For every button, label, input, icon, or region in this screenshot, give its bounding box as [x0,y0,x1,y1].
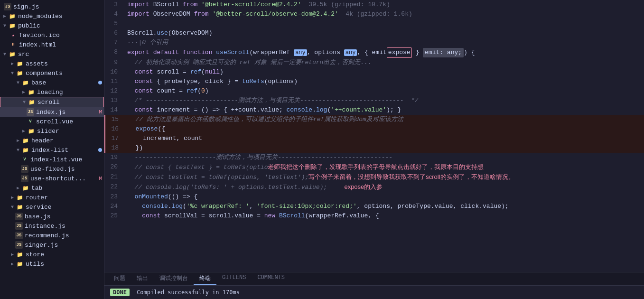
line-content: const increment = () => { ++count.value;… [123,105,644,115]
code-line-3: 3 import BScroll from '@better-scroll/co… [104,0,644,9]
line-content: /* -------------------------测试方法，与项目无关--… [123,96,644,105]
js-file-icon: JS [4,3,11,10]
sidebar-label-components: components [26,70,63,77]
sidebar-item-utils[interactable]: ▶ 📁 utils [0,259,104,269]
line-number: 24 [104,202,123,211]
sidebar-label-use-shortcut: use-shortcut... [30,175,86,182]
sidebar-item-recommend-js[interactable]: JS recommend.js [0,231,104,240]
chevron-down-icon: ▼ [15,147,21,153]
folder-icon: 📁 [22,146,29,154]
sidebar-item-index-list[interactable]: ▼ 📁 index-list [0,145,104,155]
line-number: 15 [105,115,124,124]
line-number: 22 [104,182,123,192]
line-number: 19 [104,153,123,162]
sidebar-item-src[interactable]: ▼ 📁 src [0,49,104,59]
line-number: 10 [104,67,123,77]
line-content: }) [124,143,644,153]
sidebar-item-node-modules[interactable]: ▶ 📁 node_modules [0,11,104,21]
sidebar-item-slider[interactable]: ▶ 📁 slider [0,126,104,136]
folder-icon: 📁 [16,69,24,77]
line-content: const count = ref(0) [123,86,644,96]
line-number: 14 [104,105,123,115]
code-line-18: 18 }) [104,143,644,153]
vue-file-icon: V [27,118,34,125]
sidebar-item-store[interactable]: ▶ 📁 store [0,250,104,259]
tab-issues[interactable]: 问题 [108,272,131,285]
sidebar-item-assets[interactable]: ▶ 📁 assets [0,59,104,68]
tab-debug-console[interactable]: 调试控制台 [154,272,194,285]
line-content: ----------------------测试方法，与项目无关--------… [123,153,644,162]
code-editor[interactable]: 3 import BScroll from '@better-scroll/co… [104,0,644,272]
chevron-right-icon: ▶ [2,13,8,19]
sidebar-item-use-shortcut[interactable]: JS use-shortcut... M [0,174,104,183]
folder-icon: 📁 [9,50,16,58]
sidebar-label-assets: assets [26,60,48,67]
sidebar-label-index-list: index-list [31,147,68,154]
folder-icon: 📁 [16,260,24,268]
sidebar-item-header[interactable]: ▶ 📁 header [0,136,104,145]
sidebar-item-tab[interactable]: ▶ 📁 tab [0,183,104,193]
code-line-16: 16 expose({ [104,124,644,134]
line-number: 5 [104,19,123,28]
line-content: BScroll.use(ObserveDOM) [123,28,644,38]
line-content: // const testText = toRef(options, 'test… [123,172,644,182]
html-icon: H [9,41,17,48]
chevron-right-icon: ▶ [21,89,27,95]
folder-icon: 📁 [22,137,29,144]
chevron-right-icon: ▶ [15,138,21,143]
badge-blue [98,148,102,152]
sidebar-item-index-html[interactable]: H index.html [0,40,104,49]
sidebar-item-service[interactable]: ▼ 📁 service [0,202,104,212]
sidebar-item-scroll-vue[interactable]: V scroll.vue [0,117,104,126]
code-line-22: 22 // console.log('toRefs: ' + options.t… [104,182,644,192]
tab-terminal[interactable]: 终端 [194,272,216,285]
code-line-17: 17 increment, count [104,134,644,143]
code-line-8: 8 export default function useScroll(wrap… [104,47,644,58]
sidebar-item-index-list-vue[interactable]: V index-list.vue [0,155,104,164]
chevron-down-icon: ▼ [9,70,15,76]
line-content: const { probeType, click } = toRefs(opti… [123,77,644,86]
sidebar-item-instance-js[interactable]: JS instance.js [0,221,104,231]
sidebar-label-header: header [31,137,54,144]
code-line-14: 14 const increment = () => { ++count.val… [104,105,644,115]
sidebar-item-components[interactable]: ▼ 📁 components [0,68,104,78]
sidebar-label-scroll-vue: scroll.vue [36,118,73,125]
sidebar-item-index-js[interactable]: JS index.js M [0,107,104,117]
line-number: 7 [104,38,123,47]
sidebar-label-src: src [18,51,29,58]
line-content: console.log('%c wrapperRef: ', 'font-siz… [123,202,644,211]
line-number: 4 [104,9,123,19]
sidebar-item-sign-js[interactable]: JS sign.js [0,2,104,11]
tab-comments[interactable]: COMMENTS [252,272,290,285]
js-file-icon: JS [15,241,23,249]
sidebar-item-base-js[interactable]: JS base.js [0,212,104,221]
line-number: 21 [104,172,123,182]
sidebar-item-singer-js[interactable]: JS singer.js [0,240,104,250]
folder-icon: 📁 [16,203,24,211]
sidebar-item-base[interactable]: ▼ 📁 base [0,78,104,87]
js-file-icon: JS [15,232,23,239]
line-number: 13 [104,96,123,105]
sidebar-item-router[interactable]: ▶ 📁 router [0,193,104,202]
code-line-20: 20 // const { testText } = toRefs(optio老… [104,162,644,172]
line-number: 12 [104,86,123,96]
chevron-down-icon: ▼ [15,80,21,85]
vue-file-icon: V [21,156,28,163]
folder-icon: 📁 [28,88,35,96]
sidebar-item-favicon[interactable]: ★ favicon.ico [0,30,104,40]
sidebar-label-index-list-vue: index-list.vue [30,156,82,163]
tab-gitlens[interactable]: GITLENS [216,272,252,285]
sidebar-item-public[interactable]: ▼ 📁 public [0,21,104,30]
tab-output[interactable]: 输出 [131,272,154,285]
js-file-icon: JS [15,222,23,230]
chevron-right-icon: ▶ [9,61,15,66]
sidebar-label-base-js: base.js [25,213,51,220]
sidebar-item-scroll[interactable]: ▼ 📁 scroll [0,97,104,107]
sidebar-item-use-fixed[interactable]: JS use-fixed.js [0,164,104,174]
ico-icon: ★ [9,31,17,39]
line-content: import BScroll from '@better-scroll/core… [123,0,644,9]
line-number: 18 [105,143,124,153]
sidebar-item-loading[interactable]: ▶ 📁 loading [0,87,104,97]
line-number: 9 [104,58,123,67]
sidebar-label-singer-js: singer.js [25,242,58,249]
